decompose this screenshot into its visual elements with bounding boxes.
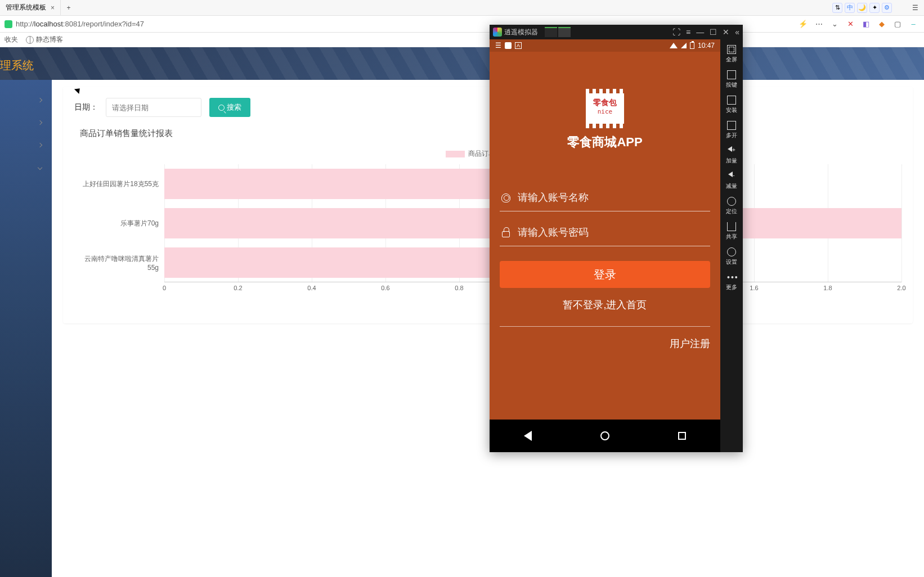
new-tab-button[interactable]: + <box>61 4 77 12</box>
emulator-window: 逍遥模拟器 ⛶ ≡ — ☐ ✕ « ☰ A 10:47 <box>490 25 743 452</box>
bookmarks-bar: 收夹 静态博客 <box>0 33 924 47</box>
more-icon[interactable]: ⋯ <box>813 20 825 28</box>
nav-home-icon[interactable] <box>600 431 609 440</box>
flash-icon[interactable]: ⚡ <box>797 20 809 28</box>
url-display[interactable]: http://localhost:8081/report/index?id=47 <box>16 20 144 28</box>
emulator-instance-tab[interactable] <box>545 27 557 37</box>
tool-location[interactable]: 定位 <box>720 193 743 219</box>
chevron-down-icon[interactable]: ⌄ <box>828 20 841 28</box>
ext-icon[interactable]: ✦ <box>869 3 880 13</box>
minimize-icon[interactable]: – <box>907 20 919 28</box>
tool-settings[interactable]: 设置 <box>720 244 743 269</box>
close-icon[interactable]: ✕ <box>844 20 856 28</box>
status-icon <box>505 42 512 49</box>
app-logo-block: 零食包 nice 零食商城APP <box>490 91 720 151</box>
browser-tab-bar: 管理系统模板 × + ⇅ 中 🌙 ✦ ⚙ ☰ <box>0 0 924 16</box>
divider <box>500 326 710 327</box>
ext-icon[interactable]: ⇅ <box>832 3 842 13</box>
chart-bar <box>164 247 533 278</box>
date-label: 日期： <box>74 102 98 112</box>
globe-icon <box>26 36 34 44</box>
moon-icon[interactable]: 🌙 <box>857 3 867 13</box>
secure-icon <box>5 20 12 28</box>
address-bar: http://localhost:8081/report/index?id=47… <box>0 16 924 33</box>
chart-gridline <box>901 164 902 282</box>
emulator-titlebar[interactable]: 逍遥模拟器 ⛶ ≡ — ☐ ✕ « <box>490 25 743 39</box>
date-input[interactable] <box>106 98 201 117</box>
status-icon: ☰ <box>495 42 501 49</box>
status-time: 10:47 <box>698 42 715 49</box>
menu-icon[interactable]: ≡ <box>686 28 690 37</box>
chart-y-label: 乐事薯片70g <box>74 219 159 228</box>
android-nav-bar <box>490 420 720 452</box>
ext-icon[interactable]: ◧ <box>860 20 872 28</box>
nav-back-icon[interactable] <box>524 431 532 441</box>
search-button[interactable]: 搜索 <box>209 98 250 117</box>
search-icon <box>218 105 225 111</box>
legend-swatch <box>446 151 465 157</box>
username-input[interactable] <box>518 192 710 204</box>
tool-more[interactable]: •••更多 <box>720 269 743 295</box>
browser-tab[interactable]: 管理系统模板 × <box>0 0 61 16</box>
lock-icon <box>500 227 512 239</box>
android-status-bar: ☰ A 10:47 <box>490 39 720 52</box>
nav-recent-icon[interactable] <box>678 432 686 440</box>
tool-keymap[interactable]: 按键 <box>720 67 743 92</box>
chart-x-tick: 0.2 <box>234 285 242 291</box>
skip-login-link[interactable]: 暂不登录,进入首页 <box>490 298 720 312</box>
register-link[interactable]: 用户注册 <box>500 337 710 350</box>
username-field-row <box>500 184 710 211</box>
sidebar-item[interactable] <box>0 89 52 111</box>
overflow-icon[interactable]: ☰ <box>912 4 918 12</box>
chart-x-tick: 2.0 <box>897 285 905 291</box>
chevron-right-icon <box>38 143 42 147</box>
bookmark-item[interactable]: 收夹 <box>5 35 18 44</box>
tool-volume-up[interactable]: +加量 <box>720 143 743 168</box>
sidebar-icon[interactable]: ▢ <box>891 20 904 28</box>
sidebar-item[interactable] <box>0 134 52 156</box>
sidebar-item[interactable] <box>0 156 52 179</box>
chart-y-label: 上好佳田园薯片18克55克 <box>74 179 159 189</box>
chart-x-tick: 1.8 <box>823 285 832 291</box>
close-icon[interactable]: ✕ <box>723 28 729 37</box>
tool-install[interactable]: 安装 <box>720 92 743 118</box>
tab-title: 管理系统模板 <box>6 3 46 12</box>
maximize-icon[interactable]: ☐ <box>710 28 717 37</box>
status-icon: A <box>515 42 522 49</box>
tool-fullscreen[interactable]: 全屏 <box>720 42 743 67</box>
sidebar <box>0 89 52 179</box>
chart-bar <box>164 169 533 199</box>
password-field-row <box>500 219 710 246</box>
ext-icon[interactable]: ◆ <box>876 20 888 28</box>
fullscreen-icon[interactable]: ⛶ <box>672 28 680 37</box>
sidebar-item[interactable] <box>0 111 52 134</box>
report-card: 日期： 搜索 商品订单销售量统计报表 商品订单销售量统计图 上好佳田园薯片18克… <box>63 87 913 323</box>
user-icon <box>500 192 512 204</box>
battery-icon <box>690 42 694 49</box>
emulator-side-toolbar: 全屏 按键 安装 多开 +加量 -减量 定位 共享 设置 •••更多 <box>720 39 743 452</box>
chart-x-tick: 1.6 <box>750 285 758 291</box>
gear-icon[interactable]: ⚙ <box>882 3 892 13</box>
password-input[interactable] <box>518 227 710 238</box>
collapse-icon[interactable]: « <box>735 28 739 37</box>
tool-volume-down[interactable]: -减量 <box>720 168 743 193</box>
chart-x-tick: 0 <box>163 285 166 291</box>
phone-screen: ☰ A 10:47 零食包 nice 零食商城APP <box>490 39 720 452</box>
page-content: 理系统 日期： 搜索 商品订单销售量统计报表 商品订单销售量统计图 上好佳田园薯… <box>0 47 924 577</box>
login-button[interactable]: 登录 <box>500 261 710 288</box>
chart-y-label: 云南特产噜咪啦清真薯片55g <box>74 254 159 272</box>
emulator-instance-tab[interactable] <box>558 27 571 37</box>
tool-multi[interactable]: 多开 <box>720 118 743 143</box>
login-form <box>500 184 710 246</box>
emulator-title: 逍遥模拟器 <box>504 28 538 37</box>
ext-icon[interactable]: 中 <box>845 3 855 13</box>
bookmark-item[interactable]: 静态博客 <box>26 35 63 44</box>
minimize-icon[interactable]: — <box>696 28 704 37</box>
emulator-logo-icon <box>493 28 502 37</box>
signal-icon <box>681 43 687 48</box>
close-icon[interactable]: × <box>51 4 55 12</box>
tool-share[interactable]: 共享 <box>720 219 743 244</box>
wifi-icon <box>670 43 678 48</box>
chevron-right-icon <box>38 98 42 102</box>
system-title: 理系统 <box>0 58 34 73</box>
